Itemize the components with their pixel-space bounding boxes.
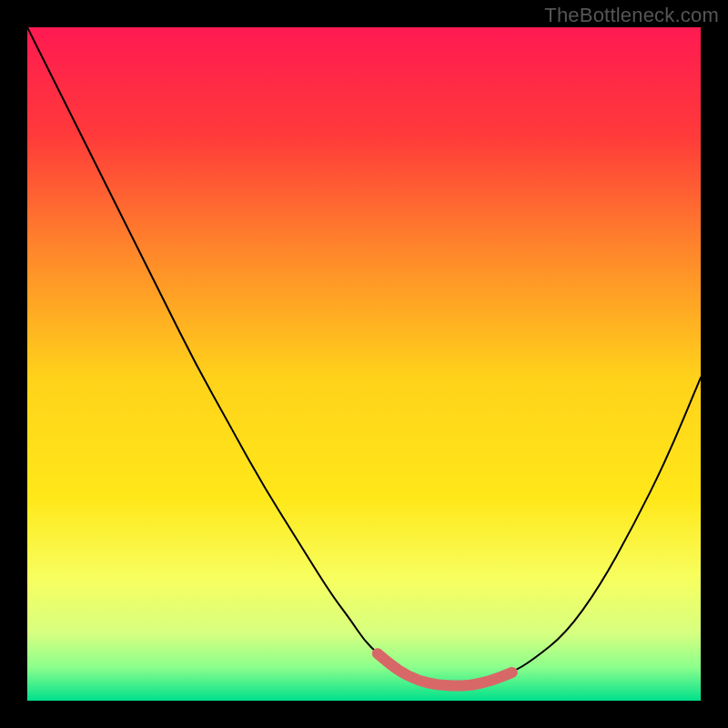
gradient-background: [27, 27, 701, 701]
watermark-text: TheBottleneck.com: [544, 4, 719, 27]
plot-area: [27, 27, 701, 701]
chart-svg: [27, 27, 701, 701]
chart-frame: TheBottleneck.com: [0, 0, 728, 728]
